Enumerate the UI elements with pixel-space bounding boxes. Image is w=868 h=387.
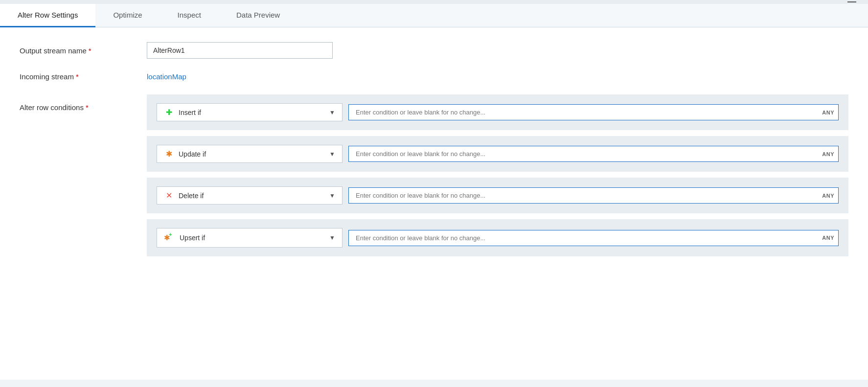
condition-input-delete-if[interactable] (349, 188, 838, 203)
incoming-stream-required: * (76, 72, 79, 81)
condition-row-wrapper-insert-if: ✚ Insert if ▼ ANY (147, 94, 848, 130)
conditions-rows: ✚ Insert if ▼ ANY ✱ Update if ▼ ANY (147, 94, 848, 262)
condition-input-wrap-insert-if: ANY (348, 104, 839, 120)
dropdown-arrow-delete-if: ▼ (329, 192, 335, 199)
condition-input-upsert-if[interactable] (349, 230, 838, 246)
condition-input-wrap-delete-if: ANY (348, 187, 839, 204)
any-badge-upsert-if: ANY (822, 235, 834, 241)
condition-row-upsert-if: ✱+ Upsert if ▼ ANY (157, 228, 839, 248)
condition-input-wrap-upsert-if: ANY (348, 230, 839, 246)
condition-row-wrapper-delete-if: ✕ Delete if ▼ ANY (147, 178, 848, 213)
alter-row-conditions-section: Alter row conditions* ✚ Insert if ▼ ANY … (20, 94, 848, 262)
condition-row-delete-if: ✕ Delete if ▼ ANY (157, 186, 839, 205)
tab-inspect[interactable]: Inspect (160, 4, 219, 27)
insert-icon: ✚ (164, 108, 174, 117)
condition-label-insert-if: Insert if (179, 109, 324, 116)
tab-data-preview[interactable]: Data Preview (219, 4, 297, 27)
dropdown-arrow-update-if: ▼ (329, 151, 335, 158)
any-badge-delete-if: ANY (822, 193, 834, 199)
tab-alter-row-settings[interactable]: Alter Row Settings (0, 4, 95, 27)
update-icon: ✱ (164, 149, 174, 159)
output-stream-required: * (89, 46, 91, 55)
incoming-stream-label: Incoming stream* (20, 72, 147, 81)
output-stream-row: Output stream name* (20, 42, 848, 59)
condition-row-wrapper-upsert-if: ✱+ Upsert if ▼ ANY (147, 219, 848, 256)
top-bar (0, 0, 868, 4)
condition-dropdown-upsert-if[interactable]: ✱+ Upsert if ▼ (157, 228, 343, 248)
alter-row-conditions-label: Alter row conditions* (20, 94, 147, 112)
content-area: Output stream name* Incoming stream* loc… (0, 27, 868, 380)
incoming-stream-link[interactable]: locationMap (147, 72, 186, 81)
output-stream-label: Output stream name* (20, 46, 147, 55)
alter-row-conditions-required: * (86, 103, 89, 112)
tab-optimize[interactable]: Optimize (95, 4, 160, 27)
output-stream-input[interactable] (147, 42, 333, 59)
condition-label-update-if: Update if (179, 150, 324, 158)
condition-input-wrap-update-if: ANY (348, 146, 839, 162)
condition-dropdown-delete-if[interactable]: ✕ Delete if ▼ (157, 186, 343, 205)
condition-row-update-if: ✱ Update if ▼ ANY (157, 145, 839, 163)
condition-input-insert-if[interactable] (349, 105, 838, 120)
condition-label-delete-if: Delete if (179, 192, 324, 200)
condition-label-upsert-if: Upsert if (180, 234, 324, 242)
condition-row-wrapper-update-if: ✱ Update if ▼ ANY (147, 136, 848, 172)
minimize-icon (847, 1, 856, 2)
dropdown-arrow-insert-if: ▼ (329, 109, 335, 116)
condition-dropdown-update-if[interactable]: ✱ Update if ▼ (157, 145, 343, 163)
condition-input-update-if[interactable] (349, 146, 838, 161)
any-badge-insert-if: ANY (822, 110, 834, 115)
any-badge-update-if: ANY (822, 151, 834, 157)
delete-icon: ✕ (164, 191, 174, 200)
condition-dropdown-insert-if[interactable]: ✚ Insert if ▼ (157, 103, 343, 121)
upsert-icon: ✱+ (164, 232, 175, 243)
condition-row-insert-if: ✚ Insert if ▼ ANY (157, 103, 839, 121)
dropdown-arrow-upsert-if: ▼ (329, 234, 335, 241)
tab-bar: Alter Row Settings Optimize Inspect Data… (0, 4, 868, 27)
incoming-stream-row: Incoming stream* locationMap (20, 72, 848, 81)
